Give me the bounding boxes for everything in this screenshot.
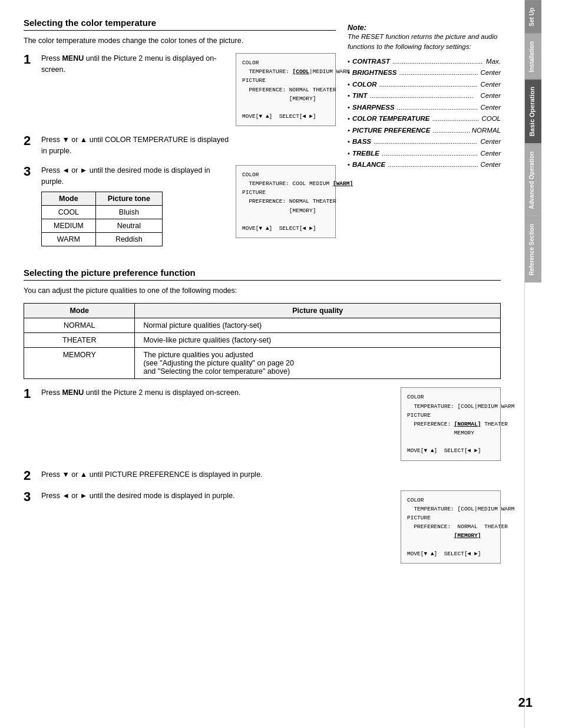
s2-step3-text: Press ◄ or ► until the desired mode is d… [41, 490, 395, 502]
table-row: WARM Reddish [42, 233, 163, 246]
note-item-treble: • TREBLE ...............................… [348, 148, 501, 160]
note-item-color: • COLOR ................................… [348, 79, 501, 91]
screen4: COLOR TEMPERATURE: [COOL|MEDIUM WARM PIC… [401, 490, 501, 564]
note-item-color-temp: • COLOR TEMPERATURE ....................… [348, 113, 501, 125]
quality-mode-header: Mode [24, 304, 135, 318]
sidebar-tabs: Set Up Installation Basic Operation Adva… [524, 0, 541, 728]
note-item-tint: • TINT .................................… [348, 90, 501, 102]
mode-cool: COOL [42, 206, 96, 219]
table-row: NORMAL Normal picture qualities (factory… [24, 318, 501, 333]
s2-step2-number: 2 [24, 469, 35, 482]
tone-neutral: Neutral [95, 219, 162, 233]
note-text: The RESET function returns the picture a… [348, 32, 501, 52]
section2-title: Selecting the picture preference functio… [24, 268, 501, 281]
screen3: COLOR TEMPERATURE: [COOL|MEDIUM WARM PIC… [401, 387, 501, 460]
step2-text: Press ▼ or ▲ until COLOR TEMPERATURE is … [41, 134, 230, 157]
tab-setup[interactable]: Set Up [525, 0, 541, 34]
mode-col-header: Mode [42, 192, 96, 206]
note-item-brightness: • BRIGHTNESS ...........................… [348, 67, 501, 79]
section1-title: Selecting the color temperature [24, 18, 336, 31]
tab-installation[interactable]: Installation [525, 34, 541, 80]
s2-step1-text: Press MENU until the Picture 2 menu is d… [41, 387, 395, 398]
table-row: MEMORY The picture qualities you adjuste… [24, 348, 501, 379]
mode-normal: NORMAL [24, 318, 135, 333]
note-item-sharpness: • SHARPNESS ............................… [348, 102, 501, 114]
table-row: THEATER Movie-like picture qualities (fa… [24, 333, 501, 348]
tone-reddish: Reddish [95, 233, 162, 246]
note-list: • CONTRAST .............................… [348, 56, 501, 171]
section1-intro: The color temperature modes change the c… [24, 37, 336, 45]
note-item-balance: • BALANCE ..............................… [348, 159, 501, 171]
step2-number: 2 [24, 134, 35, 147]
note-item-bass: • BASS .................................… [348, 136, 501, 148]
quality-table: Mode Picture quality NORMAL Normal pictu… [24, 303, 501, 379]
quality-memory: The picture qualities you adjusted(see "… [135, 348, 501, 379]
mode-warm: WARM [42, 233, 96, 246]
step3-number: 3 [24, 165, 35, 178]
tab-basic-operation[interactable]: Basic Operation [525, 79, 541, 143]
mode-theater: THEATER [24, 333, 135, 348]
tab-reference-section[interactable]: Reference Section [525, 216, 541, 282]
quality-theater: Movie-like picture qualities (factory-se… [135, 333, 501, 348]
quality-normal: Normal picture qualities (factory-set) [135, 318, 501, 333]
mode-table: Mode Picture tone COOL Bluish [41, 192, 163, 246]
table-row: MEDIUM Neutral [42, 219, 163, 233]
note-title: Note: [348, 24, 501, 32]
tone-bluish: Bluish [95, 206, 162, 219]
table-row: COOL Bluish [42, 206, 163, 219]
tab-advanced-operation[interactable]: Advanced Operation [525, 144, 541, 216]
screen1: COLOR TEMPERATURE: [COOL|MEDIUM WARM PIC… [236, 53, 336, 126]
tone-col-header: Picture tone [95, 192, 162, 206]
section2-intro: You can adjust the picture qualities to … [24, 286, 501, 295]
mode-memory: MEMORY [24, 348, 135, 379]
note-item-picture-pref: • PICTURE PREFERENCE ...................… [348, 125, 501, 137]
step3-text: Press ◄ or ► until the desired mode is d… [41, 165, 230, 187]
page-number: 21 [518, 695, 533, 710]
mode-medium: MEDIUM [42, 219, 96, 233]
screen2: COLOR TEMPERATURE: COOL MEDIUM [WARM] PI… [236, 165, 336, 238]
step1-number: 1 [24, 53, 35, 66]
step1-text: Press MENU until the Picture 2 menu is d… [41, 53, 230, 75]
note-item-contrast: • CONTRAST .............................… [348, 56, 501, 68]
s2-step2-text: Press ▼ or ▲ until PICTURE PREFERENCE is… [41, 469, 395, 480]
s2-step3-number: 3 [24, 490, 35, 503]
s2-step1-number: 1 [24, 387, 35, 400]
note-section: Note: The RESET function returns the pic… [348, 24, 501, 171]
quality-col-header: Picture quality [135, 304, 501, 318]
